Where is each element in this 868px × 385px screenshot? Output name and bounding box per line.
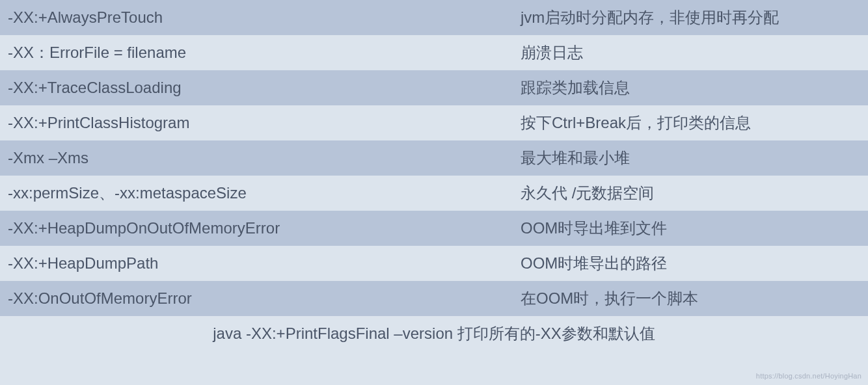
option-cell: -XX:OnOutOfMemoryError bbox=[7, 289, 521, 308]
desc-cell: jvm启动时分配内存，非使用时再分配 bbox=[521, 7, 861, 28]
jvm-options-table: -XX:+AlwaysPreTouch jvm启动时分配内存，非使用时再分配 -… bbox=[0, 0, 868, 351]
table-row: -XX:OnOutOfMemoryError 在OOM时，执行一个脚本 bbox=[0, 281, 868, 316]
option-cell: -XX:+TraceClassLoading bbox=[7, 79, 521, 97]
footer-text: java -XX:+PrintFlagsFinal –version 打印所有的… bbox=[213, 323, 655, 344]
table-row: -XX:+PrintClassHistogram 按下Ctrl+Break后，打… bbox=[0, 105, 868, 140]
desc-cell: 永久代 /元数据空间 bbox=[521, 183, 861, 204]
desc-cell: 在OOM时，执行一个脚本 bbox=[521, 288, 861, 309]
table-row: -XX:+HeapDumpPath OOM时堆导出的路径 bbox=[0, 246, 868, 281]
option-cell: -xx:permSize、-xx:metaspaceSize bbox=[7, 183, 521, 204]
desc-cell: OOM时导出堆到文件 bbox=[521, 218, 861, 239]
option-cell: -XX:+AlwaysPreTouch bbox=[7, 8, 521, 27]
desc-cell: 崩溃日志 bbox=[521, 42, 861, 63]
option-cell: -XX:+HeapDumpOnOutOfMemoryError bbox=[7, 219, 521, 237]
desc-cell: OOM时堆导出的路径 bbox=[521, 253, 861, 274]
option-cell: -Xmx –Xms bbox=[7, 149, 521, 167]
table-row: -XX：ErrorFile = filename 崩溃日志 bbox=[0, 35, 868, 70]
table-row: -XX:+HeapDumpOnOutOfMemoryError OOM时导出堆到… bbox=[0, 211, 868, 246]
desc-cell: 按下Ctrl+Break后，打印类的信息 bbox=[521, 113, 861, 133]
table-footer: java -XX:+PrintFlagsFinal –version 打印所有的… bbox=[0, 316, 868, 351]
option-cell: -XX:+HeapDumpPath bbox=[7, 254, 521, 272]
table-row: -XX:+TraceClassLoading 跟踪类加载信息 bbox=[0, 70, 868, 105]
table-row: -XX:+AlwaysPreTouch jvm启动时分配内存，非使用时再分配 bbox=[0, 0, 868, 35]
table-row: -Xmx –Xms 最大堆和最小堆 bbox=[0, 140, 868, 176]
watermark-text: https://blog.csdn.net/HoyingHan bbox=[756, 372, 861, 380]
option-cell: -XX:+PrintClassHistogram bbox=[7, 114, 521, 132]
desc-cell: 跟踪类加载信息 bbox=[521, 77, 861, 98]
table-row: -xx:permSize、-xx:metaspaceSize 永久代 /元数据空… bbox=[0, 176, 868, 211]
option-cell: -XX：ErrorFile = filename bbox=[7, 42, 521, 63]
desc-cell: 最大堆和最小堆 bbox=[521, 148, 861, 168]
